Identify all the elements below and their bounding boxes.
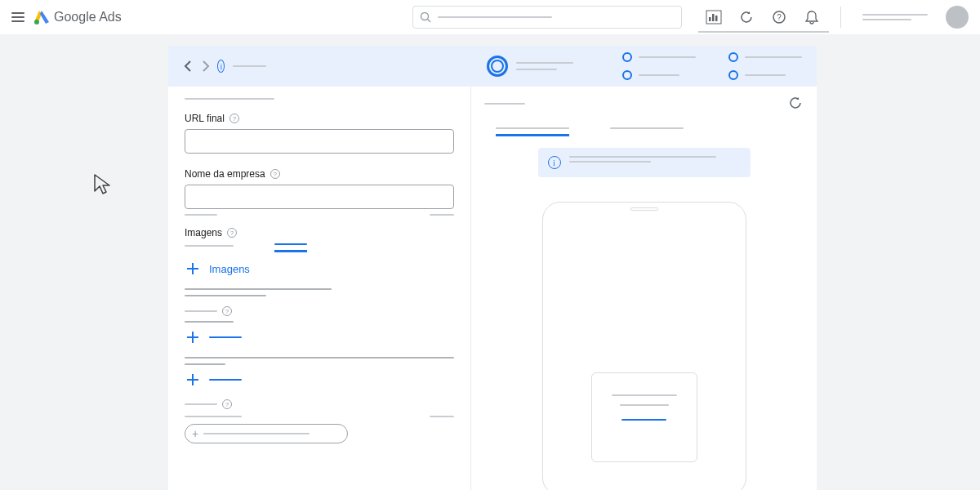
- stepper-crumb: [233, 65, 266, 67]
- add-item-button-2[interactable]: [185, 372, 454, 388]
- help-icon[interactable]: ?: [772, 10, 786, 24]
- stepper-bar: [168, 46, 817, 87]
- svg-point-0: [34, 20, 39, 24]
- images-label: Imagens: [185, 227, 454, 238]
- final-url-input[interactable]: [185, 129, 454, 154]
- plus-icon: +: [192, 427, 198, 440]
- preview-tab-1[interactable]: [496, 127, 569, 136]
- placeholder-line: [185, 321, 234, 323]
- svg-rect-4: [709, 17, 711, 21]
- svg-point-1: [421, 13, 429, 20]
- search-icon: [420, 11, 431, 23]
- refresh-icon[interactable]: [739, 10, 754, 24]
- forward-button[interactable]: [202, 57, 211, 75]
- ad-preview-card: [591, 372, 697, 462]
- brand-name: Google Ads: [54, 10, 122, 24]
- placeholder-line: [185, 363, 225, 365]
- final-url-label: URL final: [185, 113, 454, 124]
- info-icon: [548, 156, 561, 169]
- images-tabs: [185, 243, 454, 252]
- step-bullet-icon: [728, 70, 738, 80]
- step-group-2: [622, 52, 696, 80]
- logo: Google Ads: [34, 10, 122, 24]
- help-icon[interactable]: [270, 169, 280, 179]
- chip-input[interactable]: +: [185, 424, 348, 443]
- placeholder-line: [185, 288, 332, 290]
- images-tab-1[interactable]: [185, 245, 234, 252]
- preview-panel: [470, 87, 817, 490]
- company-name-input[interactable]: [185, 185, 454, 209]
- section-label-2: [185, 399, 454, 409]
- account-label: [862, 14, 928, 20]
- placeholder-line: [430, 416, 454, 417]
- placeholder-line: [185, 357, 454, 359]
- search-input[interactable]: [412, 6, 682, 29]
- step-bullet-icon: [728, 52, 738, 62]
- help-icon[interactable]: [229, 114, 239, 123]
- step-bullet-icon: [622, 70, 632, 80]
- placeholder-line: [185, 416, 242, 417]
- images-tab-2[interactable]: [274, 243, 307, 252]
- plus-icon: [185, 329, 201, 345]
- phone-mockup: [542, 202, 746, 490]
- panel-title: [185, 98, 274, 100]
- company-name-label: Nome da empresa: [185, 168, 454, 180]
- helper-text: [185, 214, 217, 216]
- refresh-preview-button[interactable]: [789, 96, 804, 111]
- step-ring-icon: [487, 56, 508, 77]
- svg-text:?: ?: [777, 13, 782, 22]
- section-label: [185, 306, 454, 316]
- phone-notch: [630, 207, 658, 211]
- help-icon[interactable]: [222, 399, 232, 409]
- svg-rect-5: [712, 14, 715, 21]
- header-actions: ?: [706, 6, 969, 29]
- google-ads-logo-icon: [34, 11, 49, 24]
- preview-tabs: [484, 127, 804, 136]
- notifications-icon[interactable]: [804, 10, 819, 24]
- svg-rect-6: [715, 16, 718, 21]
- help-icon[interactable]: [227, 228, 237, 238]
- plus-icon: [185, 372, 201, 388]
- info-icon[interactable]: [217, 60, 225, 73]
- counter-text: [430, 214, 454, 216]
- divider: [840, 7, 841, 28]
- preview-tab-2[interactable]: [610, 127, 684, 136]
- back-button[interactable]: [183, 57, 192, 75]
- placeholder-line: [185, 295, 266, 296]
- app-header: Google Ads ?: [0, 0, 980, 34]
- avatar[interactable]: [946, 6, 969, 29]
- cursor-icon: [93, 173, 116, 196]
- ad-form-panel: URL final Nome da empresa Imagens Imagen…: [168, 87, 470, 490]
- step-group-3: [728, 52, 802, 80]
- add-images-button[interactable]: Imagens: [185, 261, 454, 277]
- svg-line-2: [428, 20, 431, 23]
- step-bullet-icon: [622, 52, 632, 62]
- search-placeholder: [438, 16, 552, 18]
- step-current: [487, 56, 573, 77]
- plus-icon: [185, 261, 201, 277]
- help-icon[interactable]: [222, 306, 232, 316]
- add-item-button-1[interactable]: [185, 329, 454, 345]
- reports-icon[interactable]: [706, 10, 721, 24]
- preview-title: [484, 103, 525, 105]
- hamburger-menu-icon[interactable]: [11, 12, 24, 22]
- info-banner: [538, 148, 751, 177]
